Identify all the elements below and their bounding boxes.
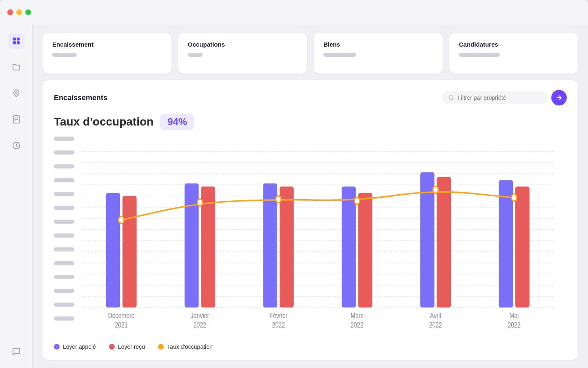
card-candidatures-title: Candidatures <box>459 41 568 48</box>
sidebar-item-location[interactable] <box>8 85 24 101</box>
chart-legend: Loyer appelé Loyer reçu Taux d'occupatio… <box>54 340 567 350</box>
month-label-3: Mars <box>351 311 363 320</box>
close-dot[interactable] <box>7 9 13 15</box>
arrow-right-icon <box>555 94 563 101</box>
y-axis-label <box>54 150 74 155</box>
legend-dot-blue <box>54 344 60 350</box>
maximize-dot[interactable] <box>25 9 31 15</box>
svg-line-11 <box>452 99 454 100</box>
legend-loyer-appele-label: Loyer appelé <box>63 343 96 350</box>
occupation-rate: Taux d'occupation 94% <box>54 114 567 130</box>
occupation-label: Taux d'occupation <box>54 115 154 128</box>
y-axis-label <box>54 178 74 182</box>
year-label-1: 2022 <box>194 321 206 329</box>
bar-recu-4 <box>437 177 451 307</box>
month-label-5: Mai <box>510 311 519 320</box>
minimize-dot[interactable] <box>16 9 22 15</box>
card-biens-bar <box>323 53 356 57</box>
card-occupations-bar <box>188 53 203 57</box>
card-encaissement-title: Encaissement <box>52 41 162 48</box>
svg-rect-3 <box>16 41 19 44</box>
legend-taux-occupation-label: Taux d'occupation <box>167 343 213 350</box>
year-label-3: 2022 <box>351 321 363 329</box>
occupation-badge: 94% <box>160 114 194 130</box>
y-axis-label <box>54 303 74 307</box>
y-axis-label <box>54 192 74 196</box>
card-biens: Biens <box>314 33 443 74</box>
y-axis-label <box>54 164 74 168</box>
sidebar-item-dashboard[interactable] <box>8 33 24 49</box>
titlebar <box>0 0 588 25</box>
card-candidatures-bar <box>459 53 500 57</box>
legend-taux-occupation: Taux d'occupation <box>158 343 213 350</box>
bar-appele-3 <box>342 186 356 307</box>
card-occupations-title: Occupations <box>188 41 297 48</box>
year-label-5: 2022 <box>508 321 520 329</box>
legend-dot-yellow <box>158 344 164 350</box>
y-axis-label <box>54 137 74 141</box>
search-input-wrap[interactable] <box>442 91 548 104</box>
bar-recu-0 <box>122 196 137 307</box>
line-dot-0 <box>119 216 124 223</box>
y-axis-label <box>54 316 74 321</box>
search-input[interactable] <box>457 94 541 101</box>
legend-dot-red <box>109 344 115 350</box>
bar-appele-0 <box>106 193 120 307</box>
card-encaissement: Encaissement <box>42 33 172 74</box>
y-axis-label <box>54 275 74 279</box>
month-label-0: Décembre <box>108 311 134 320</box>
svg-rect-1 <box>16 38 19 40</box>
line-dot-1 <box>197 199 203 206</box>
year-label-4: 2022 <box>429 321 442 329</box>
chart-section: Encaissements Taux d'occupation 94% <box>42 80 578 360</box>
card-biens-title: Biens <box>323 41 433 48</box>
sidebar <box>0 25 33 368</box>
year-label-2: 2022 <box>272 321 285 329</box>
chart-svg: Décembre2021Janvier2022Février2022Mars20… <box>78 137 567 337</box>
line-dot-2 <box>276 196 281 203</box>
month-label-2: Février <box>270 311 287 320</box>
bar-recu-2 <box>280 186 294 307</box>
search-button[interactable] <box>551 90 567 105</box>
y-axis-label <box>54 220 74 224</box>
sidebar-item-chat[interactable] <box>8 343 24 360</box>
search-bar <box>442 90 567 105</box>
line-dot-5 <box>512 194 517 201</box>
line-dot-3 <box>354 197 360 204</box>
top-cards: Encaissement Occupations Biens Candidatu… <box>42 33 578 74</box>
y-axis-label <box>54 206 74 210</box>
bar-appele-1 <box>185 183 199 307</box>
month-label-1: Janvier <box>191 311 209 320</box>
y-axis-label <box>54 247 74 251</box>
sidebar-item-folder[interactable] <box>8 59 24 75</box>
svg-point-4 <box>16 92 17 93</box>
legend-loyer-recu: Loyer reçu <box>109 343 145 350</box>
chart-header: Encaissements <box>54 90 567 105</box>
card-occupations: Occupations <box>178 33 307 74</box>
y-axis <box>54 137 78 337</box>
bar-recu-1 <box>201 186 215 307</box>
y-axis-label <box>54 261 74 265</box>
legend-loyer-appele: Loyer appelé <box>54 343 96 350</box>
svg-rect-0 <box>13 38 16 40</box>
chart-area: Décembre2021Janvier2022Février2022Mars20… <box>54 137 567 350</box>
chart-content: Décembre2021Janvier2022Février2022Mars20… <box>78 137 567 337</box>
bar-recu-3 <box>358 193 372 307</box>
svg-rect-2 <box>13 41 16 44</box>
bar-recu-5 <box>515 186 530 307</box>
legend-loyer-recu-label: Loyer reçu <box>118 343 145 350</box>
card-encaissement-bar <box>52 53 77 57</box>
chart-body: Décembre2021Janvier2022Février2022Mars20… <box>54 137 567 337</box>
main-content: Encaissement Occupations Biens Candidatu… <box>33 25 588 368</box>
month-label-4: Avril <box>430 311 441 320</box>
line-dot-4 <box>433 186 438 193</box>
chart-title: Encaissements <box>54 94 107 102</box>
search-icon <box>448 94 454 101</box>
bar-appele-5 <box>499 180 513 307</box>
svg-point-10 <box>449 96 453 100</box>
app-container: Encaissement Occupations Biens Candidatu… <box>0 25 588 368</box>
bar-appele-2 <box>263 183 277 307</box>
sidebar-item-document[interactable] <box>8 111 24 128</box>
y-axis-label <box>54 289 74 293</box>
sidebar-item-finance[interactable] <box>8 137 24 154</box>
